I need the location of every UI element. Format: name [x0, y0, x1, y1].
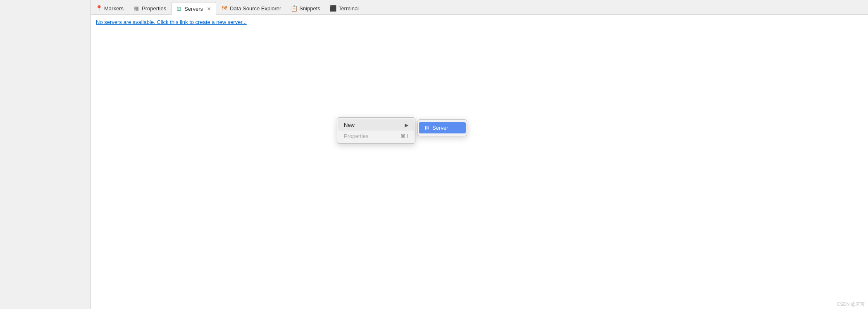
- menu-item-new-label: New: [344, 122, 355, 128]
- content-area: No servers are available. Click this lin…: [91, 15, 868, 309]
- properties-shortcut: ⌘ I: [401, 133, 408, 139]
- main-container: 📍 Markers ▦ Properties ⊞ Servers ✕ 🗺 Dat…: [0, 0, 868, 309]
- context-menu-item-new[interactable]: New ▶ 🖥 Server: [338, 119, 414, 131]
- datasource-icon: 🗺: [221, 5, 228, 12]
- menu-item-properties-left: Properties: [344, 133, 368, 139]
- terminal-icon: ⬛: [330, 5, 336, 12]
- tab-bar: 📍 Markers ▦ Properties ⊞ Servers ✕ 🗺 Dat…: [91, 0, 868, 15]
- tab-snippets[interactable]: 📋 Snippets: [286, 2, 325, 14]
- menu-item-properties-label: Properties: [344, 133, 368, 139]
- submenu-item-server-label: Server: [432, 125, 448, 131]
- servers-icon: ⊞: [176, 5, 182, 12]
- server-submenu-icon: 🖥: [424, 124, 430, 131]
- tab-datasource[interactable]: 🗺 Data Source Explorer: [217, 2, 286, 14]
- no-servers-link[interactable]: No servers are available. Click this lin…: [96, 19, 247, 25]
- tab-terminal-label: Terminal: [339, 5, 359, 12]
- tab-servers[interactable]: ⊞ Servers ✕: [171, 2, 216, 15]
- context-menu-item-properties[interactable]: Properties ⌘ I: [338, 131, 414, 142]
- tab-properties-label: Properties: [142, 5, 166, 12]
- submenu: 🖥 Server: [417, 119, 467, 136]
- submenu-arrow-icon: ▶: [405, 122, 408, 128]
- tab-markers-label: Markers: [104, 5, 124, 12]
- snippets-icon: 📋: [291, 5, 297, 12]
- right-panel: 📍 Markers ▦ Properties ⊞ Servers ✕ 🗺 Dat…: [91, 0, 868, 309]
- tab-snippets-label: Snippets: [299, 5, 320, 12]
- tab-terminal[interactable]: ⬛ Terminal: [325, 2, 363, 14]
- context-menu: New ▶ 🖥 Server Properties: [337, 117, 415, 144]
- submenu-item-server[interactable]: 🖥 Server: [419, 122, 466, 133]
- properties-icon: ▦: [133, 5, 140, 12]
- watermark: CSDN @若言: [837, 301, 865, 307]
- tab-markers[interactable]: 📍 Markers: [91, 2, 128, 14]
- tab-servers-close[interactable]: ✕: [206, 6, 212, 12]
- tab-properties[interactable]: ▦ Properties: [129, 2, 171, 14]
- markers-icon: 📍: [95, 5, 102, 12]
- tab-datasource-label: Data Source Explorer: [230, 5, 281, 12]
- left-panel: [0, 0, 91, 309]
- tab-servers-label: Servers: [184, 6, 203, 12]
- menu-item-new-left: New: [344, 122, 355, 128]
